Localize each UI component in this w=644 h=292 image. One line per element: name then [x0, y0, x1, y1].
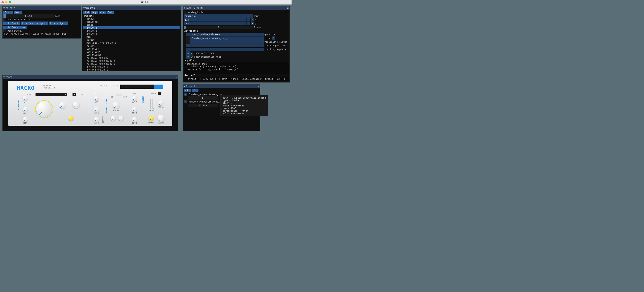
cent-knob[interactable]	[23, 117, 28, 122]
engine-c-knob[interactable]	[73, 102, 80, 109]
attr-tooltip-tpl-reset[interactable]: ×	[186, 48, 190, 51]
widget-item[interactable]: env_mod_engine_b	[83, 68, 180, 71]
close-icon[interactable]: ×	[176, 76, 177, 79]
dup-widget-button[interactable]: Dup	[91, 11, 98, 14]
mw-gena-knob[interactable]	[158, 100, 163, 105]
widget-item[interactable]: mix	[83, 35, 180, 38]
x-increment[interactable]: +	[250, 18, 254, 22]
widget-x-input[interactable]	[184, 18, 246, 22]
hide-properties-button[interactable]: Hide Properties	[3, 26, 26, 29]
note-combo[interactable]	[36, 93, 67, 96]
lpg-release-knob[interactable]	[118, 116, 123, 121]
widgets-header[interactable]: Widgets ×	[82, 6, 181, 10]
widget-item[interactable]: engine_c	[83, 32, 180, 35]
attr-visibility-input[interactable]	[190, 40, 260, 44]
add-property-button[interactable]: Add	[184, 89, 191, 92]
widget-item[interactable]: engine_b	[83, 29, 180, 32]
attr-graphics-input[interactable]	[190, 33, 260, 36]
attributes-header[interactable]: Attributes	[184, 29, 289, 32]
mix-knob[interactable]	[68, 116, 73, 121]
attr-graphics-reset[interactable]: ×	[186, 33, 190, 36]
widget-item[interactable]: lpg_attack	[83, 50, 180, 53]
attr-value-s[interactable]: S	[272, 37, 275, 40]
dropdown-icon[interactable]: ▾	[260, 40, 264, 44]
show-widget-border-checkbox[interactable]	[3, 18, 6, 21]
poly-combo[interactable]	[72, 93, 76, 96]
attr-visibility-reset[interactable]: .	[186, 40, 190, 44]
demo-window-checkbox[interactable]	[3, 29, 6, 32]
pb-bar[interactable]	[149, 99, 151, 109]
semi-knob[interactable]	[23, 107, 28, 112]
x-decrement[interactable]: -	[246, 18, 250, 22]
property-value-slider[interactable]: 57.250	[188, 104, 218, 107]
property-remove[interactable]: ×	[184, 93, 187, 96]
widget-item[interactable]: env_mod_engine_a	[83, 65, 180, 68]
dropdown-icon[interactable]: ▾	[260, 37, 264, 40]
engine-b-knob[interactable]	[59, 102, 66, 109]
close-icon[interactable]: ×	[287, 7, 289, 10]
device-header[interactable]: device2D	[184, 74, 289, 77]
hide-panel-widgets-button[interactable]: Hide Panel Widgets	[20, 22, 48, 25]
attr-show-automation-reset[interactable]: ×	[186, 55, 190, 59]
lpg-attack-knob[interactable]	[111, 116, 116, 121]
hide-widgets-button[interactable]: Hide Widgets	[48, 22, 68, 25]
del-widget-button[interactable]: Del	[106, 11, 114, 14]
env-genc-knob[interactable]	[132, 117, 137, 122]
vel-amp-knob[interactable]	[94, 96, 99, 101]
re-edit-header[interactable]: re-edit	[2, 6, 81, 10]
clr-property-button[interactable]: Clr	[192, 89, 199, 92]
show-remote-checkbox[interactable]: ✔	[190, 52, 194, 55]
range-indicator[interactable]	[158, 92, 161, 95]
oct-knob[interactable]	[23, 96, 28, 101]
close-icon[interactable]: ×	[258, 85, 260, 88]
close-icon[interactable]: ×	[179, 7, 180, 10]
dropdown-icon[interactable]: ▾	[260, 33, 264, 36]
spread-knob[interactable]	[149, 116, 154, 121]
widget-type-reset[interactable]: .	[184, 11, 187, 14]
vel-genc-knob[interactable]	[94, 117, 99, 122]
widget-item[interactable]: velocity_mod_amp	[83, 56, 180, 59]
property-remove[interactable]: ×	[184, 100, 187, 103]
minimize-window-icon[interactable]	[5, 1, 8, 3]
widget-y-input[interactable]	[184, 22, 246, 25]
panel-header[interactable]: Panel ×	[2, 75, 178, 79]
zoom-window-icon[interactable]	[9, 1, 11, 3]
frame-slider[interactable]: 0	[184, 26, 253, 29]
widget-item[interactable]: lpg_release	[83, 53, 180, 56]
widget-item[interactable]: octave	[83, 18, 180, 20]
clr-widget-button[interactable]: Clr	[99, 11, 106, 14]
widget-item[interactable]: velocity_mod_engine_b	[83, 59, 180, 62]
y-decrement[interactable]: -	[246, 22, 250, 25]
widget-item[interactable]: cents	[83, 23, 180, 26]
widget-item[interactable]: volume	[83, 44, 180, 47]
show-automation-checkbox[interactable]: ✔	[190, 55, 194, 58]
env-genb-knob[interactable]	[132, 107, 137, 112]
close-window-icon[interactable]	[2, 1, 4, 3]
mw-bar[interactable]	[152, 99, 154, 109]
add-widget-button[interactable]: Add	[83, 11, 90, 14]
widget-item[interactable]: mod_wheel_mod_engine_a	[83, 41, 180, 44]
engine-a-knob[interactable]	[36, 101, 52, 117]
attr-show-remote-reset[interactable]: ×	[186, 52, 190, 55]
widget-item[interactable]: lpg_color	[83, 47, 180, 50]
attr-tooltip-pos-reset[interactable]: ×	[186, 44, 190, 47]
y-increment[interactable]: +	[250, 22, 254, 25]
volume-knob[interactable]	[158, 115, 164, 122]
env-gena-knob[interactable]	[132, 96, 137, 101]
widget-item[interactable]: spread	[83, 38, 180, 41]
attr-value-reset[interactable]: .	[186, 37, 190, 40]
zoom-slider[interactable]: 0.250	[3, 15, 54, 18]
widgets-root[interactable]: Widgets	[83, 15, 180, 18]
widget-item[interactable]: engine_a	[83, 26, 180, 29]
properties-header[interactable]: Properties ×	[183, 84, 260, 88]
widget-item[interactable]: velocity_mod_engine_c	[83, 62, 180, 65]
lpg-env-toggle[interactable]	[116, 94, 122, 96]
panel-widgets-header[interactable]: Panel Widgets ×	[183, 6, 290, 10]
property-value-slider[interactable]: 0	[188, 96, 218, 100]
filter-knob[interactable]	[113, 102, 120, 109]
back-button[interactable]: Back	[14, 11, 22, 14]
attr-value-input[interactable]	[190, 37, 260, 40]
widget-name-input[interactable]	[184, 15, 253, 18]
widget-item[interactable]: semitones	[83, 20, 180, 23]
dropdown-icon[interactable]: ▾	[260, 44, 264, 47]
